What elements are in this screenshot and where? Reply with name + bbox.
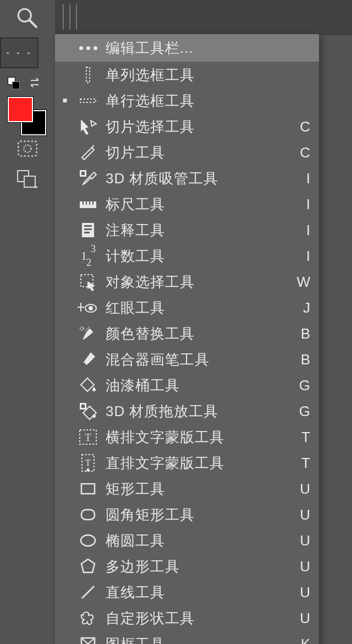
menu-item-single-column-marquee[interactable]: 单列选框工具	[55, 62, 319, 88]
menu-item-shortcut: B	[290, 326, 316, 341]
foreground-color-swatch[interactable]	[8, 97, 33, 122]
slice-icon	[73, 142, 103, 163]
note-icon	[73, 220, 103, 241]
svg-rect-27	[81, 405, 85, 408]
default-colors-icon[interactable]	[8, 77, 19, 88]
svg-rect-33	[81, 484, 95, 494]
menu-item-label: 圆角矩形工具	[103, 507, 290, 522]
single-column-marquee-icon	[73, 64, 103, 85]
svg-marker-36	[81, 559, 95, 572]
menu-item-rectangle[interactable]: 矩形工具U	[55, 476, 319, 501]
current-tool-marquee[interactable]: - - -	[0, 37, 38, 68]
menu-item-label: 标尺工具	[103, 197, 290, 211]
svg-rect-6	[86, 67, 90, 83]
menu-item-label: 计数工具	[103, 249, 290, 263]
menu-item-line[interactable]: 直线工具U	[55, 579, 319, 605]
menu-item-label: 混合器画笔工具	[103, 352, 290, 367]
horizontal-type-mask-icon: T	[73, 427, 103, 447]
menu-item-slice-select[interactable]: 切片选择工具C	[55, 113, 319, 139]
menu-item-note[interactable]: 注释工具I	[55, 217, 319, 243]
single-row-marquee-icon: - - -	[6, 47, 32, 59]
menu-item-shortcut: G	[290, 378, 316, 392]
menu-item-label: 单列选框工具	[103, 68, 290, 82]
menu-item-shortcut: U	[290, 482, 316, 496]
menu-item-label: 多边形工具	[103, 559, 290, 574]
menu-item-object-selection[interactable]: 对象选择工具W	[55, 269, 319, 294]
svg-text:T: T	[85, 458, 91, 467]
menu-item-label: 3D 材质拖放工具	[103, 404, 290, 418]
menu-item-shortcut: I	[290, 223, 316, 237]
svg-point-25	[81, 363, 86, 367]
menu-item-shortcut: G	[290, 404, 316, 418]
menu-item-frame[interactable]: 图框工具K	[55, 631, 319, 644]
menu-item-ellipse[interactable]: 椭圆工具U	[55, 527, 319, 553]
slice-select-icon	[73, 116, 103, 137]
menu-item-rounded-rectangle[interactable]: 圆角矩形工具U	[55, 501, 319, 527]
menu-item-shortcut: C	[290, 119, 316, 134]
menu-item-material-drop[interactable]: 3D 材质拖放工具G	[55, 398, 319, 424]
material-eyedropper-icon	[73, 168, 103, 189]
tool-strip: - - -	[0, 0, 56, 644]
svg-line-1	[30, 20, 36, 27]
menu-item-shortcut: U	[290, 533, 316, 548]
zoom-tool[interactable]	[8, 2, 46, 35]
rectangle-icon	[73, 478, 103, 499]
quick-mask-toggle[interactable]	[16, 138, 38, 160]
svg-rect-9	[81, 172, 85, 175]
swap-colors-icon[interactable]	[29, 75, 43, 90]
menu-item-custom-shape[interactable]: 自定形状工具U	[55, 605, 319, 631]
menu-item-count[interactable]: 123计数工具I	[55, 243, 319, 269]
svg-rect-34	[81, 510, 95, 520]
menu-item-color-replace[interactable]: 颜色替换工具B	[55, 320, 319, 346]
svg-point-3	[24, 145, 31, 152]
menu-item-shortcut: W	[290, 275, 316, 289]
svg-point-28	[92, 414, 96, 418]
svg-point-24	[80, 327, 84, 330]
menu-item-shortcut: U	[290, 507, 316, 522]
menu-item-vertical-type-mask[interactable]: T直排文字蒙版工具T	[55, 450, 319, 476]
screen-mode-toggle[interactable]	[16, 167, 38, 189]
menu-item-material-eyedropper[interactable]: 3D 材质吸管工具I	[55, 165, 319, 191]
menu-item-mixer-brush[interactable]: 混合器画笔工具B	[55, 346, 319, 372]
menu-item-shortcut: T	[290, 430, 316, 444]
svg-rect-18	[84, 232, 90, 233]
rounded-rectangle-icon	[73, 504, 103, 525]
menu-item-paint-bucket[interactable]: 油漆桶工具G	[55, 372, 319, 398]
menu-item-shortcut: B	[290, 352, 316, 367]
material-drop-icon	[73, 401, 103, 422]
menu-item-shortcut: U	[290, 585, 316, 599]
color-swatch[interactable]	[8, 97, 46, 130]
tool-flyout-menu: 编辑工具栏... 单列选框工具■单行选框工具切片选择工具C切片工具C3D 材质吸…	[55, 34, 319, 644]
svg-text:T: T	[85, 432, 91, 443]
ellipsis-icon	[73, 46, 103, 50]
frame-icon	[73, 634, 103, 645]
svg-rect-10	[80, 201, 96, 208]
menu-item-slice[interactable]: 切片工具C	[55, 139, 319, 165]
menu-item-label: 横排文字蒙版工具	[103, 430, 290, 444]
svg-point-23	[89, 306, 93, 310]
menu-item-label: 切片选择工具	[103, 119, 290, 134]
menu-item-label: 切片工具	[103, 145, 290, 160]
menu-item-label: 颜色替换工具	[103, 326, 290, 341]
menu-item-single-row-marquee[interactable]: ■单行选框工具	[55, 88, 319, 113]
menu-item-shortcut: T	[290, 456, 316, 470]
svg-rect-16	[84, 225, 92, 227]
default-colors-row	[8, 72, 47, 94]
menu-edit-toolbar[interactable]: 编辑工具栏...	[55, 34, 319, 62]
menu-item-shortcut: I	[290, 197, 316, 211]
menu-item-polygon[interactable]: 多边形工具U	[55, 553, 319, 579]
menu-item-shortcut: C	[290, 145, 316, 160]
menu-item-red-eye[interactable]: 红眼工具J	[55, 294, 319, 320]
menu-item-label: 自定形状工具	[103, 611, 290, 625]
menu-item-label: 椭圆工具	[103, 533, 290, 548]
svg-rect-2	[18, 141, 36, 156]
menu-item-label: 对象选择工具	[103, 275, 290, 289]
menu-item-ruler[interactable]: 标尺工具I	[55, 191, 319, 217]
menu-item-label: 图框工具	[103, 637, 290, 645]
custom-shape-icon	[73, 608, 103, 629]
menu-item-label: 直排文字蒙版工具	[103, 456, 290, 470]
menu-item-label: 直线工具	[103, 585, 290, 599]
paint-bucket-icon	[73, 375, 103, 396]
svg-line-40	[81, 638, 95, 645]
menu-item-horizontal-type-mask[interactable]: T横排文字蒙版工具T	[55, 424, 319, 450]
